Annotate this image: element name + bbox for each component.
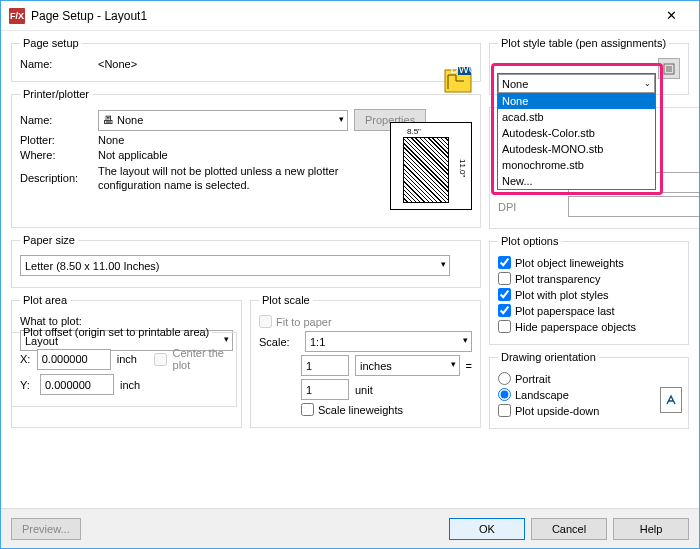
page-name-value: <None> <box>98 58 137 70</box>
plot-options-group: Plot options Plot object lineweights Plo… <box>489 235 689 345</box>
upside-down-checkbox[interactable] <box>498 404 511 417</box>
plot-paperspace-label: Plot paperspace last <box>515 305 615 317</box>
page-setup-group: Page setup Name: <None> DWG <box>11 37 481 82</box>
plot-offset-legend: Plot offset (origin set to printable are… <box>20 326 212 338</box>
plot-style-option[interactable]: Autodesk-MONO.stb <box>498 141 655 157</box>
scale-select[interactable]: 1:1 <box>305 331 472 352</box>
scale-num1-input[interactable] <box>301 355 349 376</box>
plot-scale-group: Plot scale Fit to paper Scale: 1:1▾ inch… <box>250 294 481 428</box>
paper-size-select[interactable]: Letter (8.50 x 11.00 Inches) <box>20 255 450 276</box>
fit-to-paper-checkbox <box>259 315 272 328</box>
scale-lineweights-checkbox[interactable] <box>301 403 314 416</box>
page-setup-legend: Page setup <box>20 37 82 49</box>
plot-options-legend: Plot options <box>498 235 561 247</box>
hide-paperspace-checkbox[interactable] <box>498 320 511 333</box>
plot-style-dropdown[interactable]: None⌄ None acad.stb Autodesk-Color.stb A… <box>497 73 656 190</box>
plot-style-option[interactable]: monochrome.stb <box>498 157 655 173</box>
dpi-input <box>568 196 700 217</box>
cancel-button[interactable]: Cancel <box>531 518 607 540</box>
plot-transparency-label: Plot transparency <box>515 273 601 285</box>
plot-paperspace-checkbox[interactable] <box>498 304 511 317</box>
x-input[interactable] <box>37 349 111 370</box>
landscape-label: Landscape <box>515 389 569 401</box>
plot-style-option[interactable]: None <box>498 93 655 109</box>
app-icon: F/X <box>9 8 25 24</box>
scale-unit-select[interactable]: inches <box>355 355 460 376</box>
plotter-value: None <box>98 134 124 146</box>
where-label: Where: <box>20 149 92 161</box>
paper-size-group: Paper size Letter (8.50 x 11.00 Inches) … <box>11 234 481 288</box>
plot-lineweights-label: Plot object lineweights <box>515 257 624 269</box>
center-plot-label: Center the plot <box>173 347 228 371</box>
y-input[interactable] <box>40 374 114 395</box>
upside-down-label: Plot upside-down <box>515 405 599 417</box>
printer-name-label: Name: <box>20 114 92 126</box>
preview-height: 11.0" <box>458 159 467 177</box>
desc-value: The layout will not be plotted unless a … <box>98 164 348 192</box>
x-label: X: <box>20 353 31 365</box>
plot-transparency-checkbox[interactable] <box>498 272 511 285</box>
desc-label: Description: <box>20 172 92 184</box>
orientation-legend: Drawing orientation <box>498 351 599 363</box>
plot-styles-checkbox[interactable] <box>498 288 511 301</box>
window-title: Page Setup - Layout1 <box>31 9 651 23</box>
dpi-label: DPI <box>498 201 562 213</box>
close-button[interactable]: ✕ <box>651 2 691 30</box>
plot-style-option[interactable]: Autodesk-Color.stb <box>498 125 655 141</box>
scale-label: Scale: <box>259 336 299 348</box>
orientation-icon <box>660 387 682 413</box>
printer-legend: Printer/plotter <box>20 88 92 100</box>
y-unit: inch <box>120 379 140 391</box>
plot-scale-legend: Plot scale <box>259 294 313 306</box>
plot-style-legend: Plot style table (pen assignments) <box>498 37 669 49</box>
printer-name-select[interactable]: 🖶 None <box>98 110 348 131</box>
paper-size-legend: Paper size <box>20 234 78 246</box>
bottom-bar: Preview... OK Cancel Help <box>1 508 699 548</box>
printer-group: Printer/plotter Name: 🖶 None ▾ Propertie… <box>11 88 481 228</box>
scale-lineweights-label: Scale lineweights <box>318 404 403 416</box>
scale-num2-input[interactable] <box>301 379 349 400</box>
plot-area-legend: Plot area <box>20 294 70 306</box>
plot-lineweights-checkbox[interactable] <box>498 256 511 269</box>
orientation-group: Drawing orientation Portrait Landscape P… <box>489 351 689 429</box>
y-label: Y: <box>20 379 34 391</box>
display-plot-styles-button[interactable] <box>658 58 680 79</box>
center-plot-checkbox <box>154 353 167 366</box>
preview-width: 8.5" <box>407 127 421 136</box>
x-unit: inch <box>117 353 137 365</box>
chevron-down-icon: ⌄ <box>644 79 651 88</box>
equals-label: = <box>466 360 472 372</box>
plot-offset-group: Plot offset (origin set to printable are… <box>11 326 237 407</box>
plot-style-option[interactable]: acad.stb <box>498 109 655 125</box>
paper-preview: 8.5" 11.0" <box>390 122 472 210</box>
plot-styles-label: Plot with plot styles <box>515 289 609 301</box>
portrait-radio[interactable] <box>498 372 511 385</box>
landscape-radio[interactable] <box>498 388 511 401</box>
fit-to-paper-label: Fit to paper <box>276 316 332 328</box>
hide-paperspace-label: Hide paperspace objects <box>515 321 636 333</box>
plot-style-option[interactable]: New... <box>498 173 655 189</box>
ok-button[interactable]: OK <box>449 518 525 540</box>
portrait-label: Portrait <box>515 373 550 385</box>
unit-label: unit <box>355 384 417 396</box>
where-value: Not applicable <box>98 149 168 161</box>
preview-button[interactable]: Preview... <box>11 518 81 540</box>
page-name-label: Name: <box>20 58 92 70</box>
help-button[interactable]: Help <box>613 518 689 540</box>
svg-text:DWG: DWG <box>451 67 472 75</box>
titlebar: F/X Page Setup - Layout1 ✕ <box>1 1 699 31</box>
plot-style-combo[interactable]: None⌄ <box>498 74 655 93</box>
plotter-label: Plotter: <box>20 134 92 146</box>
